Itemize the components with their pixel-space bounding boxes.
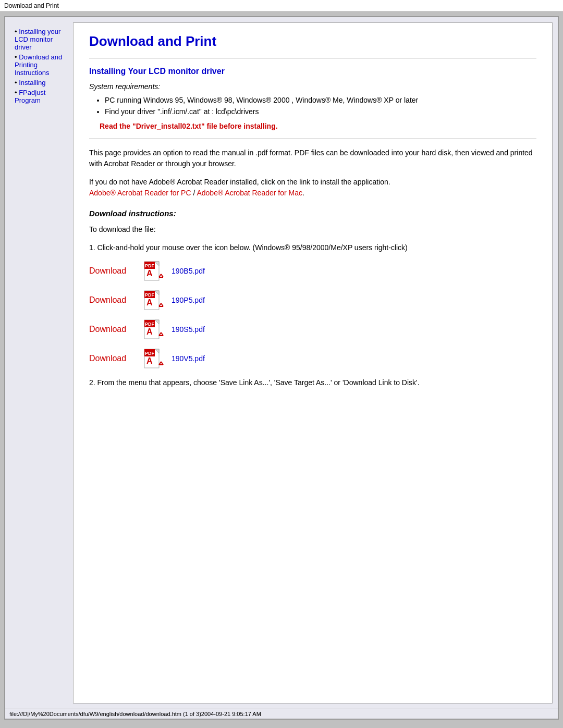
sidebar-link-download[interactable]: Download and Printing Instructions <box>15 53 62 77</box>
svg-text:A: A <box>146 269 153 278</box>
download-link-3[interactable]: Download <box>89 325 136 334</box>
acrobat-link-pc[interactable]: Adobe® Acrobat Reader for PC <box>89 189 191 197</box>
desc-paragraph-1: This page provides an option to read the… <box>89 147 536 169</box>
svg-text:A: A <box>146 356 153 365</box>
divider-middle <box>89 139 536 139</box>
acrobat-link-mac[interactable]: Adobe® Acrobat Reader for Mac <box>197 189 302 197</box>
sidebar-nav: Installing your LCD monitor driver Downl… <box>15 28 69 104</box>
download-link-2[interactable]: Download <box>89 295 136 305</box>
svg-text:PDF: PDF <box>145 292 155 298</box>
sidebar-item-3: Installing <box>15 79 69 87</box>
svg-text:PDF: PDF <box>145 351 155 356</box>
desc-paragraph-2-text: If you do not have Adobe® Acrobat Reader… <box>89 178 390 186</box>
content-area: Installing your LCD monitor driver Downl… <box>5 17 558 709</box>
main-content: Download and Print Installing Your LCD m… <box>73 22 553 704</box>
page-title: Download and Print <box>89 33 536 50</box>
sidebar-link-fpadjust[interactable]: FPadjust Program <box>15 89 45 104</box>
download-instructions-title: Download instructions: <box>89 209 536 218</box>
download-row-3: Download PDF A 190S5.pdf <box>89 319 536 340</box>
pdf-file-link-2[interactable]: 190P5.pdf <box>172 296 205 304</box>
step1-text: 1. Click-and-hold your mouse over the ic… <box>89 242 536 253</box>
download-link-4[interactable]: Download <box>89 354 136 363</box>
title-bar-text: Download and Print <box>4 2 59 9</box>
svg-text:PDF: PDF <box>145 322 155 327</box>
pdf-icon-3: PDF A <box>143 319 164 340</box>
warning-text: Read the "Driver_install02.txt" file bef… <box>100 122 536 130</box>
system-req-label: System requirements: <box>89 82 536 91</box>
pdf-file-link-1[interactable]: 190B5.pdf <box>172 267 205 275</box>
section-title: Installing Your LCD monitor driver <box>89 67 536 76</box>
download-row-1: Download PDF A <box>89 261 536 281</box>
main-frame: Installing your LCD monitor driver Downl… <box>4 16 559 720</box>
download-intro: To download the file: <box>89 224 536 235</box>
bullet-item-1: PC running Windows 95, Windows® 98, Wind… <box>105 96 536 104</box>
pdf-icon-2: PDF A <box>143 290 164 311</box>
bullet-list: PC running Windows 95, Windows® 98, Wind… <box>105 96 536 116</box>
divider-top <box>89 58 536 58</box>
step2-text: 2. From the menu that appears, choose 'S… <box>89 377 536 388</box>
pdf-file-link-3[interactable]: 190S5.pdf <box>172 325 205 334</box>
sidebar-item-4: FPadjust Program <box>15 89 69 104</box>
status-bar: file:///D|/My%20Documents/dfu/W9/english… <box>5 709 558 719</box>
pdf-icon-1: PDF A <box>143 261 164 281</box>
title-bar: Download and Print <box>0 0 563 12</box>
pdf-icon-4: PDF A <box>143 348 164 369</box>
download-row-2: Download PDF A 190P5.pdf <box>89 290 536 311</box>
desc-paragraph-2: If you do not have Adobe® Acrobat Reader… <box>89 177 536 199</box>
download-link-1[interactable]: Download <box>89 266 136 276</box>
svg-text:PDF: PDF <box>145 263 155 268</box>
status-bar-text: file:///D|/My%20Documents/dfu/W9/english… <box>9 711 261 717</box>
download-row-4: Download PDF A 190V5.pdf <box>89 348 536 369</box>
svg-text:A: A <box>146 327 153 336</box>
bullet-item-2: Find your driver ".inf/.icm/.cat" at : l… <box>105 107 536 116</box>
sidebar-item-2: Download and Printing Instructions <box>15 53 69 77</box>
sidebar-link-installing[interactable]: Installing <box>19 79 45 87</box>
sidebar-item-1: Installing your LCD monitor driver <box>15 28 69 51</box>
sidebar: Installing your LCD monitor driver Downl… <box>10 22 73 704</box>
acrobat-sep: / <box>191 189 197 197</box>
pdf-file-link-4[interactable]: 190V5.pdf <box>172 354 205 363</box>
svg-text:A: A <box>146 298 153 307</box>
sidebar-link-install[interactable]: Installing your LCD monitor driver <box>15 28 60 51</box>
